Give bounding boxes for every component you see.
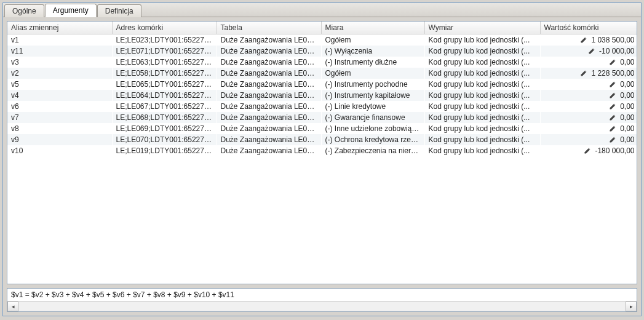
- cell-table: Duże Zaangażowania LE01 (D...: [217, 145, 321, 156]
- cell-alias: v1: [7, 34, 112, 46]
- cell-address: LE;LE063;LDTY001:652272104;;E: [112, 57, 217, 68]
- cell-table: Duże Zaangażowania LE01 (D...: [217, 34, 321, 46]
- table-row[interactable]: v10LE;LE019;LDTY001:652272104;;EDuże Zaa…: [7, 145, 637, 156]
- table-row[interactable]: v7LE;LE068;LDTY001:652272104;;EDuże Zaan…: [7, 112, 637, 123]
- cell-table: Duże Zaangażowania LE01 (D...: [217, 68, 321, 79]
- table-row[interactable]: v9LE;LE070;LDTY001:652272104;;EDuże Zaan…: [7, 134, 637, 145]
- pencil-icon: [609, 58, 616, 66]
- cell-dimension: Kod grupy lub kod jednostki (...: [424, 79, 540, 90]
- table-row[interactable]: v8LE;LE069;LDTY001:652272104;;EDuże Zaan…: [7, 123, 637, 134]
- cell-address: LE;LE065;LDTY001:652272104;;E: [112, 79, 217, 90]
- pencil-icon: [584, 147, 591, 154]
- pencil-icon: [580, 36, 587, 44]
- scroll-right-button[interactable]: ▸: [626, 302, 637, 311]
- cell-table: Duże Zaangażowania LE01 (D...: [217, 123, 321, 134]
- cell-address: LE;LE069;LDTY001:652272104;;E: [112, 123, 217, 134]
- cell-table: Duże Zaangażowania LE01 (D...: [217, 101, 321, 112]
- cell-measure: (-) Zabezpieczenia na nieruch...: [321, 145, 424, 156]
- pencil-icon: [609, 136, 616, 143]
- cell-dimension: Kod grupy lub kod jednostki (...: [424, 134, 540, 145]
- tab-strip: Ogólne Argumenty Definicja: [3, 3, 641, 17]
- col-measure[interactable]: Miara: [321, 22, 424, 34]
- table-row[interactable]: v5LE;LE065;LDTY001:652272104;;EDuże Zaan…: [7, 79, 637, 90]
- cell-table: Duże Zaangażowania LE01 (D...: [217, 90, 321, 101]
- cell-measure: (-) Instrumenty dłużne: [321, 57, 424, 68]
- cell-dimension: Kod grupy lub kod jednostki (...: [424, 68, 540, 79]
- cell-dimension: Kod grupy lub kod jednostki (...: [424, 101, 540, 112]
- col-alias[interactable]: Alias zmiennej: [7, 22, 112, 34]
- table-row[interactable]: v2LE;LE058;LDTY001:652272104;;EDuże Zaan…: [7, 68, 637, 79]
- cell-address: LE;LE068;LDTY001:652272104;;E: [112, 112, 217, 123]
- cell-value[interactable]: 0,00: [540, 123, 637, 134]
- cell-measure: Ogółem: [321, 34, 424, 46]
- cell-address: LE;LE023;LDTY001:652272104;;E: [112, 34, 217, 46]
- col-table[interactable]: Tabela: [217, 22, 321, 34]
- cell-measure: (-) Gwarancje finansowe: [321, 112, 424, 123]
- cell-alias: v9: [7, 134, 112, 145]
- cell-table: Duże Zaangażowania LE01 (D...: [217, 57, 321, 68]
- table-row[interactable]: v6LE;LE067;LDTY001:652272104;;EDuże Zaan…: [7, 101, 637, 112]
- scroll-track[interactable]: [18, 302, 626, 311]
- cell-address: LE;LE071;LDTY001:652272104;;E: [112, 46, 217, 57]
- cell-measure: Ogółem: [321, 68, 424, 79]
- cell-value[interactable]: 1 228 500,00: [540, 68, 637, 79]
- cell-value[interactable]: -10 000,00: [540, 46, 637, 57]
- cell-table: Duże Zaangażowania LE01 (D...: [217, 112, 321, 123]
- cell-value[interactable]: -180 000,00: [540, 145, 637, 156]
- tab-arguments[interactable]: Argumenty: [45, 4, 97, 17]
- cell-address: LE;LE058;LDTY001:652272104;;E: [112, 68, 217, 79]
- cell-alias: v10: [7, 145, 112, 156]
- pencil-icon: [580, 70, 587, 77]
- table-row[interactable]: v1LE;LE023;LDTY001:652272104;;EDuże Zaan…: [7, 34, 637, 46]
- arguments-table: Alias zmiennej Adres komórki Tabela Miar…: [7, 22, 637, 34]
- cell-dimension: Kod grupy lub kod jednostki (...: [424, 34, 540, 46]
- scroll-left-button[interactable]: ◂: [7, 302, 18, 311]
- cell-alias: v8: [7, 123, 112, 134]
- tab-general[interactable]: Ogólne: [4, 4, 44, 17]
- cell-address: LE;LE067;LDTY001:652272104;;E: [112, 101, 217, 112]
- cell-value[interactable]: 0,00: [540, 57, 637, 68]
- tab-definition[interactable]: Definicja: [97, 4, 141, 17]
- col-dimension[interactable]: Wymiar: [424, 22, 540, 34]
- pencil-icon: [588, 47, 595, 55]
- pencil-icon: [609, 114, 616, 121]
- cell-dimension: Kod grupy lub kod jednostki (...: [424, 123, 540, 134]
- formula-bar: $v1 = $v2 + $v3 + $v4 + $v5 + $v6 + $v7 …: [7, 288, 637, 312]
- cell-alias: v2: [7, 68, 112, 79]
- pencil-icon: [609, 125, 616, 132]
- cell-value[interactable]: 0,00: [540, 79, 637, 90]
- grid-panel: Alias zmiennej Adres komórki Tabela Miar…: [7, 21, 637, 284]
- cell-measure: (-) Instrumenty kapitałowe: [321, 90, 424, 101]
- cell-measure: (-) Inne udzielone zobowiąza...: [321, 123, 424, 134]
- cell-value[interactable]: 0,00: [540, 101, 637, 112]
- table-header-row: Alias zmiennej Adres komórki Tabela Miar…: [7, 22, 637, 34]
- cell-table: Duże Zaangażowania LE01 (D...: [217, 134, 321, 145]
- formula-scrollbar[interactable]: ◂ ▸: [7, 301, 637, 311]
- app-window: Ogólne Argumenty Definicja Alias zmienne…: [2, 2, 642, 316]
- col-address[interactable]: Adres komórki: [112, 22, 217, 34]
- cell-alias: v5: [7, 79, 112, 90]
- pencil-icon: [609, 103, 616, 110]
- cell-value[interactable]: 0,00: [540, 112, 637, 123]
- pencil-icon: [609, 81, 616, 88]
- cell-measure: (-) Instrumenty pochodne: [321, 79, 424, 90]
- cell-value[interactable]: 0,00: [540, 90, 637, 101]
- cell-dimension: Kod grupy lub kod jednostki (...: [424, 90, 540, 101]
- table-row[interactable]: v3LE;LE063;LDTY001:652272104;;EDuże Zaan…: [7, 57, 637, 68]
- formula-text[interactable]: $v1 = $v2 + $v3 + $v4 + $v5 + $v6 + $v7 …: [7, 289, 637, 301]
- cell-measure: (-) Ochrona kredytowa rzeczy...: [321, 134, 424, 145]
- cell-alias: v3: [7, 57, 112, 68]
- cell-address: LE;LE064;LDTY001:652272104;;E: [112, 90, 217, 101]
- cell-dimension: Kod grupy lub kod jednostki (...: [424, 145, 540, 156]
- col-value[interactable]: Wartość komórki: [540, 22, 637, 34]
- cell-dimension: Kod grupy lub kod jednostki (...: [424, 57, 540, 68]
- cell-alias: v4: [7, 90, 112, 101]
- cell-address: LE;LE019;LDTY001:652272104;;E: [112, 145, 217, 156]
- cell-measure: (-) Wyłączenia: [321, 46, 424, 57]
- pencil-icon: [609, 92, 616, 99]
- cell-value[interactable]: 1 038 500,00: [540, 34, 637, 46]
- table-row[interactable]: v4LE;LE064;LDTY001:652272104;;EDuże Zaan…: [7, 90, 637, 101]
- cell-dimension: Kod grupy lub kod jednostki (...: [424, 46, 540, 57]
- cell-value[interactable]: 0,00: [540, 134, 637, 145]
- table-row[interactable]: v11LE;LE071;LDTY001:652272104;;EDuże Zaa…: [7, 46, 637, 57]
